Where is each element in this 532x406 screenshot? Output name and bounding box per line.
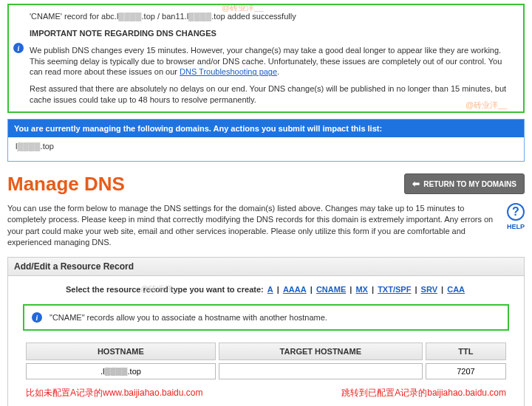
target-hostname-input[interactable] bbox=[219, 363, 423, 379]
type-caa-link[interactable]: CAA bbox=[447, 285, 465, 294]
notice-heading: IMPORTANT NOTE REGARDING DNS CHANGES bbox=[30, 28, 516, 39]
arrow-left-icon: ⬅ bbox=[412, 179, 420, 189]
record-table: HOSTNAME TARGET HOSTNAME TTL bbox=[23, 343, 509, 382]
col-target: TARGET HOSTNAME bbox=[219, 343, 423, 360]
type-aaaa-link[interactable]: AAAA bbox=[283, 285, 307, 294]
type-srv-link[interactable]: SRV bbox=[421, 285, 437, 294]
notice-paragraph-2: Rest assured that there are absolutely n… bbox=[30, 83, 516, 106]
help-icon: ? bbox=[507, 203, 525, 221]
managed-domains-box: You are currently managing the following… bbox=[7, 119, 525, 162]
hostname-input[interactable] bbox=[26, 363, 216, 379]
record-type-selector: Select the resource record type you want… bbox=[23, 285, 509, 294]
type-cname-link[interactable]: CNAME bbox=[316, 285, 346, 294]
record-hint-box: i "CNAME" records allow you to associate… bbox=[23, 304, 509, 331]
info-icon: i bbox=[13, 43, 24, 53]
ttl-input[interactable] bbox=[426, 363, 506, 379]
domain-item: l▒▒▒▒.top bbox=[16, 142, 54, 151]
record-form: Select the resource record type you want… bbox=[7, 276, 525, 406]
col-ttl: TTL bbox=[426, 343, 506, 360]
domains-header: You are currently managing the following… bbox=[8, 120, 524, 137]
success-notice-box: i 'CNAME' record for abc.l▒▒▒▒.top / ban… bbox=[7, 4, 525, 113]
col-hostname: HOSTNAME bbox=[26, 343, 216, 360]
red-note-right: 跳转到已配置A记录的baijiahao.baidu.com bbox=[341, 387, 506, 399]
help-link[interactable]: ? HELP bbox=[507, 203, 525, 232]
hint-text: "CNAME" records allow you to associate a… bbox=[50, 313, 327, 322]
domain-list: l▒▒▒▒.top bbox=[8, 137, 524, 161]
type-mx-link[interactable]: MX bbox=[355, 285, 368, 294]
page-title: Manage DNS bbox=[7, 173, 125, 196]
table-row bbox=[26, 360, 506, 382]
red-note-left: 比如未配置A记录的www.baijiahao.baidu.com bbox=[26, 387, 202, 399]
type-a-link[interactable]: A bbox=[267, 285, 273, 294]
section-header: Add/Edit a Resource Record bbox=[7, 257, 525, 276]
return-to-domains-button[interactable]: ⬅ RETURN TO MY DOMAINS bbox=[404, 173, 525, 194]
type-txt-link[interactable]: TXT/SPF bbox=[378, 285, 411, 294]
intro-text: You can use the form below to manage the… bbox=[7, 203, 525, 249]
success-message: 'CNAME' record for abc.l▒▒▒▒.top / ban11… bbox=[30, 11, 516, 22]
annotation-row: 比如未配置A记录的www.baijiahao.baidu.com 跳转到已配置A… bbox=[23, 387, 509, 399]
info-icon: i bbox=[32, 312, 42, 323]
dns-troubleshooting-link[interactable]: DNS Troubleshooting page bbox=[180, 67, 277, 76]
notice-paragraph-1: We publish DNS changes every 15 minutes.… bbox=[30, 45, 516, 78]
